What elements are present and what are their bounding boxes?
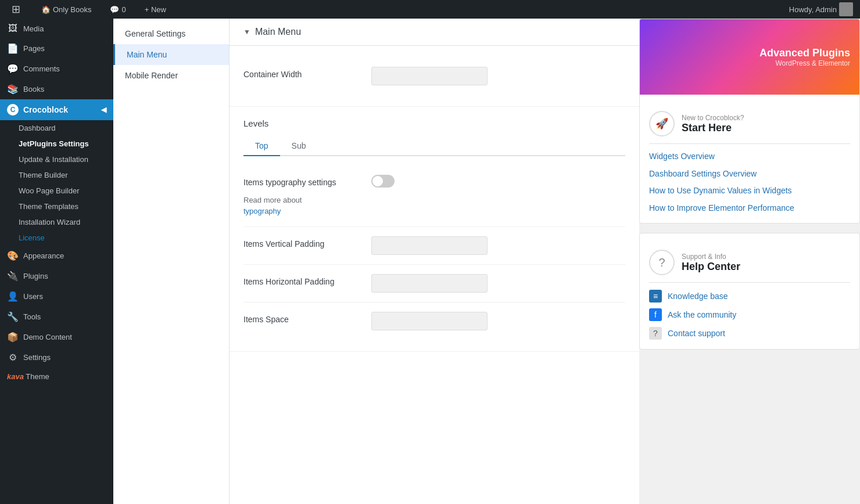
link-contact-support[interactable]: Contact support <box>668 329 725 338</box>
home-icon: 🏠 <box>41 5 51 14</box>
right-link-widgets-overview: Widgets Overview <box>649 151 850 163</box>
sidebar-label-demo-content: Demo Content <box>23 333 72 341</box>
sidebar-item-demo-content[interactable]: 📦 Demo Content <box>0 327 113 347</box>
site-name-item[interactable]: 🏠 Only Books <box>37 0 96 19</box>
sidebar-item-books[interactable]: 📚 Books <box>0 79 113 99</box>
sidebar-item-plugins[interactable]: 🔌 Plugins <box>0 266 113 286</box>
horizontal-padding-input[interactable] <box>371 274 488 293</box>
sidebar-label-tools: Tools <box>23 312 41 321</box>
general-settings-label: General Settings <box>125 29 185 38</box>
contact-support-icon: ? <box>649 327 662 340</box>
crocoblock-label: Crocoblock <box>23 105 68 114</box>
croco-arrow-icon: ◀ <box>101 106 106 114</box>
sidebar-item-settings[interactable]: ⚙ Settings <box>0 347 113 368</box>
left-nav-main-menu[interactable]: Main Menu <box>113 44 229 65</box>
link-ask-community[interactable]: Ask the community <box>668 310 736 319</box>
promo-sub: WordPress & Elementor <box>759 59 850 67</box>
sidebar-label-settings: Settings <box>23 353 51 362</box>
new-label: + New <box>145 5 166 14</box>
main-content: ▼ Main Menu Container Width Levels Top <box>230 19 639 504</box>
items-space-control <box>371 312 625 330</box>
croco-item-update[interactable]: Update & Installation <box>0 152 113 167</box>
left-nav-mobile-render[interactable]: Mobile Render <box>113 65 229 86</box>
container-width-input[interactable] <box>371 67 488 85</box>
right-link-elementor-performance: How to Improve Elementor Performance <box>649 203 850 214</box>
link-elementor-performance[interactable]: How to Improve Elementor Performance <box>649 203 794 213</box>
vertical-padding-control <box>371 236 625 255</box>
books-icon: 📚 <box>7 84 19 95</box>
site-name: Only Books <box>53 5 91 14</box>
items-space-label: Items Space <box>243 312 371 326</box>
sidebar-label-pages: Pages <box>23 44 45 53</box>
croco-item-installation-wizard[interactable]: Installation Wizard <box>0 214 113 230</box>
link-widgets-overview[interactable]: Widgets Overview <box>649 152 715 161</box>
section-title: Main Menu <box>255 27 301 37</box>
section-header[interactable]: ▼ Main Menu <box>230 19 639 46</box>
sidebar-item-tools[interactable]: 🔧 Tools <box>0 307 113 327</box>
crocoblock-section: C Crocoblock ◀ <box>0 99 113 120</box>
sidebar-item-pages[interactable]: 📄 Pages <box>0 38 113 59</box>
sidebar-item-appearance[interactable]: 🎨 Appearance <box>0 246 113 266</box>
kava-theme-label: Theme <box>26 372 49 381</box>
link-knowledge-base[interactable]: Knowledge base <box>668 291 728 301</box>
typography-toggle[interactable] <box>371 175 395 188</box>
section-chevron-icon: ▼ <box>243 28 250 36</box>
kava-footer: kava Theme <box>0 368 113 386</box>
settings-wrapper: General Settings Main Menu Mobile Render… <box>113 19 860 504</box>
sidebar-menu: 🖼 Media 📄 Pages 💬 Comments 📚 Books <box>0 19 113 99</box>
help-icon: ? <box>649 250 675 275</box>
wp-logo-icon: ⊞ <box>12 3 20 16</box>
comments-item[interactable]: 💬 0 <box>105 0 130 19</box>
sidebar-item-comments[interactable]: 💬 Comments <box>0 59 113 79</box>
kava-text: kava <box>7 372 24 381</box>
typography-link[interactable]: typography <box>243 207 281 215</box>
vertical-padding-row: Items Vertical Padding <box>243 227 625 265</box>
tools-icon: 🔧 <box>7 311 19 322</box>
facebook-icon: f <box>649 308 662 321</box>
croco-item-dashboard[interactable]: Dashboard <box>0 120 113 136</box>
link-dashboard-settings[interactable]: Dashboard Settings Overview <box>649 169 757 178</box>
knowledge-base-icon: ≡ <box>649 290 662 303</box>
container-width-control <box>371 67 625 85</box>
wp-logo-item[interactable]: ⊞ <box>7 0 27 19</box>
sidebar-item-users[interactable]: 👤 Users <box>0 286 113 307</box>
vertical-padding-input[interactable] <box>371 236 488 255</box>
main-wrapper: 🖼 Media 📄 Pages 💬 Comments 📚 Books C Cro… <box>0 19 860 504</box>
horizontal-padding-row: Items Horizontal Padding <box>243 265 625 303</box>
new-item[interactable]: + New <box>140 0 171 19</box>
croco-submenu: Dashboard JetPlugins Settings Update & I… <box>0 120 113 246</box>
levels-label: Levels <box>243 118 625 128</box>
sidebar-label-plugins: Plugins <box>23 272 48 280</box>
appearance-icon: 🎨 <box>7 250 19 261</box>
croco-item-jetplugins[interactable]: JetPlugins Settings <box>0 136 113 152</box>
sidebar-label-comments: Comments <box>23 64 60 73</box>
link-dynamic-values[interactable]: How to Use Dynamic Values in Widgets <box>649 186 792 195</box>
sidebar-item-media[interactable]: 🖼 Media <box>0 19 113 38</box>
admin-bar-right: Howdy, Admin <box>789 2 853 16</box>
crocoblock-icon: C <box>7 104 19 116</box>
users-icon: 👤 <box>7 291 19 302</box>
croco-item-woo-page-builder[interactable]: Woo Page Builder <box>0 183 113 199</box>
croco-item-theme-templates[interactable]: Theme Templates <box>0 199 113 214</box>
items-space-input[interactable] <box>371 312 488 330</box>
start-label: New to Crocoblock? <box>682 114 744 122</box>
help-link-contact-support: ? Contact support <box>649 327 850 340</box>
comments-icon: 💬 <box>110 5 119 14</box>
items-space-row: Items Space <box>243 303 625 340</box>
help-pre-title: Support & Info <box>682 253 740 261</box>
container-width-label: Container Width <box>243 67 371 81</box>
typography-row: Items typography settings Read more abou… <box>243 165 625 227</box>
left-nav-general-settings[interactable]: General Settings <box>113 23 229 44</box>
crocoblock-header[interactable]: C Crocoblock ◀ <box>0 99 113 120</box>
croco-item-theme-builder[interactable]: Theme Builder <box>0 167 113 183</box>
croco-item-license[interactable]: License <box>0 230 113 246</box>
tab-top[interactable]: Top <box>243 136 280 156</box>
start-here-card-body: 🚀 New to Crocoblock? Start Here Widgets … <box>640 95 859 223</box>
vertical-padding-label: Items Vertical Padding <box>243 236 371 250</box>
pages-icon: 📄 <box>7 43 19 54</box>
start-here-section: 🚀 New to Crocoblock? Start Here <box>649 104 850 144</box>
comments-count: 0 <box>121 5 126 14</box>
read-more-text: Read more about <box>243 196 302 204</box>
tab-sub[interactable]: Sub <box>280 136 318 156</box>
avatar <box>839 2 853 16</box>
